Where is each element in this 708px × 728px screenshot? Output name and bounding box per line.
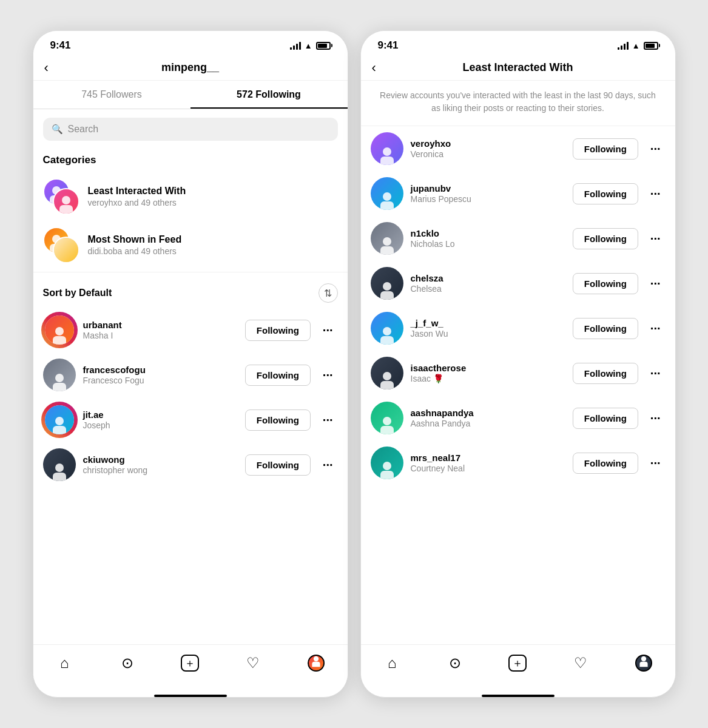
following-button-urbanant[interactable]: Following — [245, 320, 311, 341]
divider-1 — [33, 272, 348, 272]
left-phone-screen: 9:41 ▲ ‹ minpeng__ 745 Followers 572 Fo — [33, 30, 348, 698]
user-avatar-ckiuwong — [43, 448, 76, 481]
status-bar-right: 9:41 ▲ — [361, 31, 675, 56]
user-info-ckiuwong: ckiuwong christopher wong — [83, 454, 238, 475]
more-button-jfw[interactable]: ··· — [646, 319, 666, 338]
following-button-francescofogu[interactable]: Following — [245, 365, 311, 386]
more-button-veroyhxo[interactable]: ··· — [646, 140, 666, 158]
avatar-circle-isaactherose — [371, 357, 403, 389]
user-name-mrsneal17: Courtney Neal — [411, 463, 565, 473]
nav-profile-right[interactable] — [630, 652, 657, 674]
search-container: 🔍 Search — [33, 109, 348, 149]
tab-followers[interactable]: 745 Followers — [33, 81, 190, 109]
home-icon: ⌂ — [60, 655, 69, 672]
following-button-n1cklo[interactable]: Following — [573, 228, 638, 249]
user-info-isaactherose: isaactherose Isaac 🌹 — [411, 363, 565, 383]
nav-heart-right[interactable]: ♡ — [567, 652, 594, 674]
status-time-left: 9:41 — [50, 39, 71, 52]
tabs-row: 745 Followers 572 Following — [33, 81, 348, 109]
nav-search-right[interactable]: ⊙ — [442, 652, 468, 674]
user-info-francescofogu: francescofogu Francesco Fogu — [83, 365, 238, 385]
following-button-mrsneal17[interactable]: Following — [573, 453, 638, 474]
more-button-ckiuwong[interactable]: ··· — [318, 456, 338, 474]
search-nav-icon-right: ⊙ — [449, 655, 461, 672]
status-time-right: 9:41 — [378, 39, 399, 52]
more-button-mrsneal17[interactable]: ··· — [646, 454, 666, 473]
tab-following[interactable]: 572 Following — [190, 81, 348, 109]
following-button-jupanubv[interactable]: Following — [573, 183, 638, 204]
user-info-jfw: _j_f_w_ Jason Wu — [411, 318, 565, 339]
profile-username: minpeng__ — [161, 61, 219, 74]
more-button-jitae[interactable]: ··· — [318, 411, 338, 430]
following-button-ckiuwong[interactable]: Following — [245, 454, 311, 476]
user-item-chelsza: chelsza Chelsea Following ··· — [361, 261, 675, 306]
more-button-chelsza[interactable]: ··· — [646, 274, 666, 293]
user-handle-jfw: _j_f_w_ — [411, 318, 565, 328]
right-phone-screen: 9:41 ▲ ‹ Least Interacted With Review ac… — [360, 30, 676, 698]
following-button-jfw[interactable]: Following — [573, 318, 638, 339]
search-nav-icon: ⊙ — [121, 655, 133, 672]
screen-header-right: ‹ Least Interacted With — [361, 56, 675, 81]
nav-profile-left[interactable] — [303, 652, 329, 674]
user-handle-jupanubv: jupanubv — [411, 183, 565, 194]
user-avatar-n1cklo — [371, 222, 403, 255]
user-handle-francescofogu: francescofogu — [83, 365, 238, 375]
nav-add-right[interactable]: ＋ — [504, 652, 531, 674]
category-most-shown[interactable]: Most Shown in Feed didi.boba and 49 othe… — [33, 221, 348, 269]
add-icon-right: ＋ — [508, 655, 527, 672]
category-sub-least: veroyhxo and 49 others — [88, 198, 338, 207]
user-handle-ckiuwong: ckiuwong — [83, 454, 238, 465]
following-button-aashnapandya[interactable]: Following — [573, 408, 638, 429]
user-item-jfw: _j_f_w_ Jason Wu Following ··· — [361, 306, 675, 351]
category-info-most: Most Shown in Feed didi.boba and 49 othe… — [88, 234, 338, 256]
more-button-urbanant[interactable]: ··· — [318, 321, 338, 340]
category-avatar-least — [43, 178, 79, 215]
nav-add-left[interactable]: ＋ — [177, 652, 203, 674]
heart-icon: ♡ — [246, 655, 260, 672]
user-item-isaactherose: isaactherose Isaac 🌹 Following ··· — [361, 351, 675, 396]
user-info-mrsneal17: mrs_neal17 Courtney Neal — [411, 453, 565, 473]
avatar-circle-n1cklo — [371, 222, 403, 255]
nav-heart-left[interactable]: ♡ — [240, 652, 266, 674]
avatar-circle-ckiuwong — [43, 448, 76, 481]
back-button-left[interactable]: ‹ — [44, 60, 49, 76]
category-least-interacted[interactable]: Least Interacted With veroyhxo and 49 ot… — [33, 172, 348, 221]
nav-home-left[interactable]: ⌂ — [51, 652, 78, 674]
user-name-aashnapandya: Aashna Pandya — [411, 419, 565, 428]
more-button-jupanubv[interactable]: ··· — [646, 184, 666, 203]
user-item-urbanant: urbanant Masha I Following ··· — [33, 308, 348, 352]
user-avatar-jitae — [43, 403, 76, 436]
category-name-least: Least Interacted With — [88, 186, 338, 197]
following-button-jitae[interactable]: Following — [245, 410, 311, 431]
search-icon: 🔍 — [52, 124, 63, 135]
user-avatar-francescofogu — [43, 359, 76, 391]
back-button-right[interactable]: ‹ — [372, 60, 376, 76]
wifi-icon-right: ▲ — [632, 41, 640, 50]
more-button-francescofogu[interactable]: ··· — [318, 366, 338, 385]
user-info-chelsza: chelsza Chelsea — [411, 273, 565, 294]
profile-avatar-nav-left — [308, 655, 325, 672]
user-avatar-jupanubv — [371, 177, 403, 210]
sort-icon-button[interactable]: ⇅ — [319, 283, 338, 303]
status-icons-left: ▲ — [290, 41, 331, 50]
battery-icon — [316, 42, 331, 50]
more-button-n1cklo[interactable]: ··· — [646, 229, 666, 248]
nav-home-right[interactable]: ⌂ — [379, 652, 405, 674]
user-info-veroyhxo: veroyhxo Veronica — [411, 138, 565, 159]
following-button-chelsza[interactable]: Following — [573, 273, 638, 294]
avatar-circle-jfw — [371, 312, 403, 345]
home-indicator-left — [154, 695, 227, 697]
more-button-aashnapandya[interactable]: ··· — [646, 409, 666, 428]
user-name-n1cklo: Nicholas Lo — [411, 239, 565, 249]
user-name-jupanubv: Marius Popescu — [411, 194, 565, 204]
user-item-n1cklo: n1cklo Nicholas Lo Following ··· — [361, 216, 675, 261]
nav-search-left[interactable]: ⊙ — [114, 652, 141, 674]
following-button-isaactherose[interactable]: Following — [573, 363, 638, 384]
user-info-n1cklo: n1cklo Nicholas Lo — [411, 228, 565, 249]
more-button-isaactherose[interactable]: ··· — [646, 364, 666, 383]
search-bar[interactable]: 🔍 Search — [43, 118, 338, 141]
following-button-veroyhxo[interactable]: Following — [573, 138, 638, 160]
user-item-veroyhxo: veroyhxo Veronica Following ··· — [361, 126, 675, 171]
sort-row: Sort by Default ⇅ — [33, 275, 348, 308]
bottom-nav-left: ⌂ ⊙ ＋ ♡ — [33, 644, 348, 692]
